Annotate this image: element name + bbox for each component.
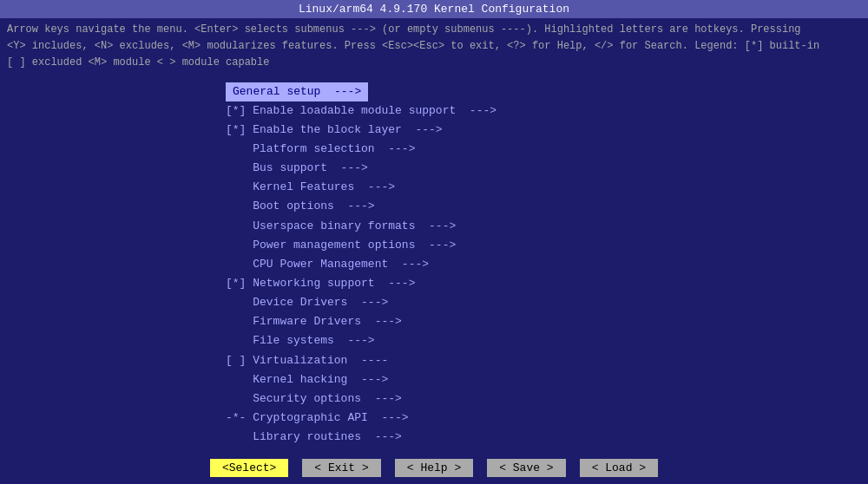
save-btn[interactable]: < Save > bbox=[487, 459, 565, 477]
menu-item-cpu-power[interactable]: CPU Power Management ---> bbox=[226, 255, 851, 274]
menu-item-platform-selection[interactable]: Platform selection ---> bbox=[226, 140, 851, 159]
menu-item-loadable-module[interactable]: [*] Enable loadable module support ---> bbox=[226, 101, 851, 121]
info-area: Arrow keys navigate the menu. <Enter> se… bbox=[0, 18, 868, 75]
bottom-bar: <Select>< Exit >< Help >< Save >< Load > bbox=[0, 454, 868, 484]
menu-item-block-layer[interactable]: [*] Enable the block layer ---> bbox=[226, 121, 851, 140]
menu-item-firmware-drivers[interactable]: Firmware Drivers ---> bbox=[226, 312, 851, 331]
menu-item-security-options[interactable]: Security options ---> bbox=[226, 389, 851, 409]
menu-item-kernel-hacking[interactable]: Kernel hacking ---> bbox=[226, 370, 851, 389]
menu-item-library-routines[interactable]: Library routines ---> bbox=[226, 428, 851, 447]
menu-container: General setup --->[*] Enable loadable mo… bbox=[0, 75, 868, 454]
menu-item-general-setup[interactable]: General setup ---> bbox=[226, 82, 368, 101]
menu-item-file-systems[interactable]: File systems ---> bbox=[226, 331, 851, 350]
menu-item-userspace-binary[interactable]: Userspace binary formats ---> bbox=[226, 217, 851, 236]
title-text: Linux/arm64 4.9.170 Kernel Configuration bbox=[299, 3, 569, 16]
info-line-3: [ ] excluded <M> module < > module capab… bbox=[7, 55, 861, 71]
select-btn[interactable]: <Select> bbox=[210, 459, 288, 477]
menu-item-cryptographic-api[interactable]: -*- Cryptographic API ---> bbox=[226, 409, 851, 428]
exit-btn[interactable]: < Exit > bbox=[302, 459, 380, 477]
info-line-2: <Y> includes, <N> excludes, <M> modulari… bbox=[7, 38, 861, 55]
menu-item-device-drivers[interactable]: Device Drivers ---> bbox=[226, 293, 851, 312]
title-bar: Linux/arm64 4.9.170 Kernel Configuration bbox=[0, 0, 868, 18]
menu-item-power-management[interactable]: Power management options ---> bbox=[226, 236, 851, 255]
main-content: General setup --->[*] Enable loadable mo… bbox=[0, 75, 868, 484]
menu-item-bus-support[interactable]: Bus support ---> bbox=[226, 159, 851, 178]
load-btn[interactable]: < Load > bbox=[580, 459, 658, 477]
app: Linux/arm64 4.9.170 Kernel Configuration… bbox=[0, 0, 868, 484]
menu-item-networking-support[interactable]: [*] Networking support ---> bbox=[226, 274, 851, 293]
menu-item-boot-options[interactable]: Boot options ---> bbox=[226, 197, 851, 216]
info-line-1: Arrow keys navigate the menu. <Enter> se… bbox=[7, 22, 861, 38]
menu-item-virtualization[interactable]: [ ] Virtualization ---- bbox=[226, 351, 851, 370]
help-btn[interactable]: < Help > bbox=[395, 459, 473, 477]
menu-item-kernel-features[interactable]: Kernel Features ---> bbox=[226, 178, 851, 197]
